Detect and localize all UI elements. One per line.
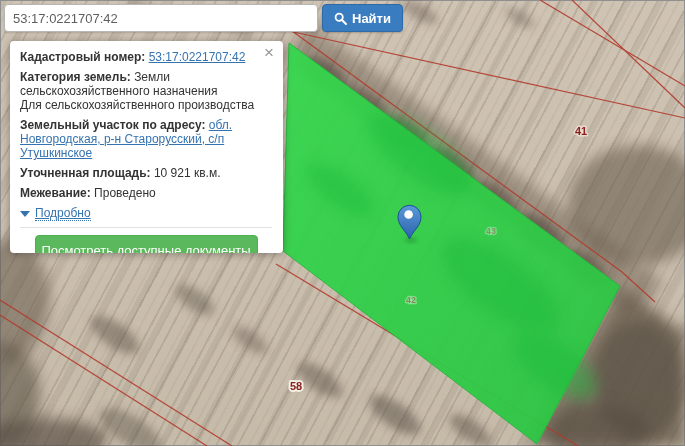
address-row: Земельный участок по адресу: обл. Новгор… (20, 118, 272, 160)
cadastral-number-row: Кадастровый номер: 53:17:0221707:42 (20, 50, 272, 64)
cadastral-map-viewport[interactable]: 41 58 42 43 На (0, 0, 685, 446)
address-label: Земельный участок по адресу: (20, 118, 205, 132)
survey-row: Межевание: Проведено (20, 186, 272, 200)
area-row: Уточненная площадь: 10 921 кв.м. (20, 166, 272, 180)
details-link[interactable]: Подробно (35, 206, 91, 221)
parcel-number-label: 58 (290, 380, 302, 392)
find-button[interactable]: Найти (322, 4, 403, 32)
area-label: Уточненная площадь: (20, 166, 151, 180)
popup-divider (20, 227, 272, 228)
view-documents-button[interactable]: Посмотреть доступные документы (35, 235, 258, 253)
area-value: 10 921 кв.м. (154, 166, 221, 180)
search-input[interactable] (4, 4, 318, 32)
close-icon[interactable]: × (264, 44, 274, 61)
land-category-row: Категория земель: Земли сельскохозяйстве… (20, 70, 272, 112)
chevron-down-icon (20, 211, 30, 217)
search-icon (334, 12, 347, 25)
cadastral-number-link[interactable]: 53:17:0221707:42 (149, 50, 246, 64)
parcel-number-label-faint: 42 (406, 295, 416, 305)
survey-value: Проведено (94, 186, 156, 200)
parcel-number-label-faint: 43 (486, 226, 496, 236)
parcel-info-popup: × Кадастровый номер: 53:17:0221707:42 Ка… (10, 41, 283, 253)
survey-label: Межевание: (20, 186, 91, 200)
search-bar: Найти (0, 0, 685, 36)
permitted-use-value: Для сельскохозяйственного производства (20, 98, 272, 112)
details-toggle[interactable]: Подробно (20, 206, 272, 221)
land-category-label: Категория земель: (20, 70, 131, 84)
find-button-label: Найти (352, 11, 391, 26)
parcel-number-label: 41 (575, 125, 587, 137)
cadastral-number-label: Кадастровый номер: (20, 50, 145, 64)
